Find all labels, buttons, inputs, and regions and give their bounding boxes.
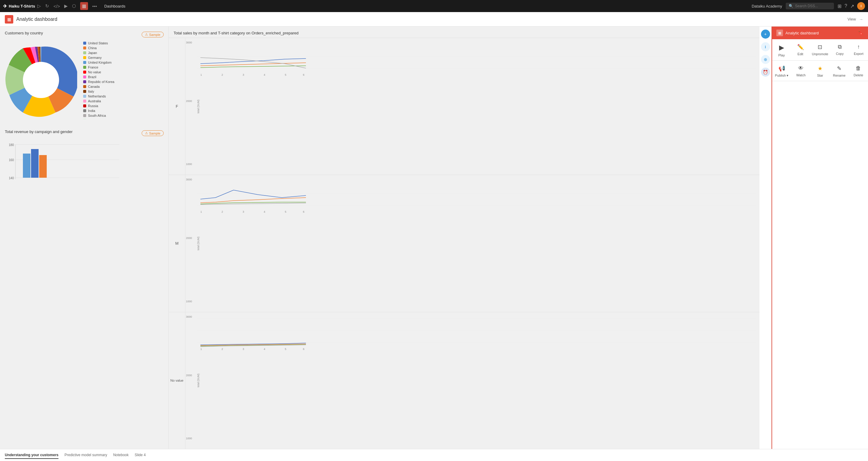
- pie-sample-badge[interactable]: ⚠ Sample: [142, 32, 164, 37]
- line-chart-f-area: 3000 2000 1000 total (SUM): [185, 38, 760, 175]
- edit-action[interactable]: ✏️ Edit: [791, 39, 809, 60]
- legend-dot-novalue: [83, 70, 86, 74]
- svg-text:5: 5: [285, 348, 286, 351]
- legend-dot-australia: [83, 99, 86, 103]
- activity-icon[interactable]: ↗: [850, 3, 854, 9]
- svg-text:4: 4: [264, 210, 265, 213]
- legend-dot-uk: [83, 61, 86, 64]
- play-action[interactable]: ▶ Play: [772, 39, 791, 60]
- star-action[interactable]: ★ Star: [810, 61, 830, 81]
- rename-action[interactable]: ✎ Rename: [830, 61, 849, 81]
- legend-item-southafrica: South Africa: [83, 113, 164, 118]
- nav-tab-label[interactable]: Dashboards: [104, 4, 125, 8]
- legend-label-netherlands: Netherlands: [88, 94, 106, 98]
- play-icon: ▶: [779, 44, 784, 52]
- watch-action[interactable]: 👁 Watch: [792, 61, 811, 81]
- content-wrapper: Customers by country ⚠ Sample: [0, 27, 868, 461]
- unpromote-action[interactable]: ⊡ Unpromote: [810, 39, 830, 60]
- tab-slide4[interactable]: Slide 4: [135, 452, 146, 459]
- svg-text:2: 2: [221, 73, 223, 76]
- legend-dot-france: [83, 66, 86, 69]
- svg-text:2: 2: [221, 348, 223, 351]
- svg-text:3: 3: [243, 210, 244, 213]
- action-grid-row1: ▶ Play ✏️ Edit ⊡ Unpromote ⧉ Copy: [772, 39, 868, 61]
- star-icon: ★: [818, 65, 823, 72]
- line-novalue-svg: 1 2 3 4 5 6: [197, 315, 756, 351]
- legend-dot-germany: [83, 56, 86, 59]
- tab-notebook[interactable]: Notebook: [113, 452, 128, 459]
- right-panel-title: Analytic dashboard: [785, 31, 855, 35]
- delete-action[interactable]: 🗑 Delete: [849, 61, 868, 81]
- legend-dot-canada: [83, 85, 86, 88]
- line-chart-m-area: 3000 2000 1000 total (SUM): [185, 175, 760, 312]
- help-icon[interactable]: ?: [844, 3, 847, 9]
- nav-deploy-icon[interactable]: ⬡: [72, 3, 76, 9]
- top-right-icons: ⊞ ? ↗ I: [838, 2, 865, 10]
- right-area: Dataiku Academy 🔍 ⊞ ? ↗ I: [752, 2, 865, 10]
- line-m-svg: 1 2 3 4 5 6: [197, 178, 756, 214]
- nav-code-icon[interactable]: </>: [53, 4, 60, 9]
- publish-action[interactable]: 📢 Publish ▾: [772, 61, 792, 81]
- legend-label-taiwan: Taiwan: [88, 119, 98, 119]
- legend-dot-southafrica: [83, 114, 86, 117]
- line-chart-header: Total sales by month and T-shirt categor…: [169, 27, 760, 38]
- svg-text:3: 3: [243, 73, 244, 76]
- grid-icon[interactable]: ⊞: [838, 3, 841, 9]
- clock-icon[interactable]: ⏰: [761, 67, 770, 77]
- play-label: Play: [778, 53, 784, 57]
- svg-text:180: 180: [9, 143, 14, 147]
- nav-run-icon[interactable]: ▶: [64, 3, 68, 9]
- line-section-m: M 3000 2000 1000 total (SUM): [169, 175, 760, 312]
- svg-text:6: 6: [303, 73, 304, 76]
- add-button[interactable]: +: [761, 30, 770, 39]
- export-icon: ↑: [857, 44, 860, 50]
- view-arrow-icon: →: [859, 17, 863, 22]
- legend-dot-taiwan: [83, 119, 86, 119]
- export-action[interactable]: ↑ Export: [849, 39, 868, 60]
- export-label: Export: [854, 52, 864, 56]
- tab-predictive[interactable]: Predictive model summary: [64, 452, 107, 459]
- line-chart-body: F 3000 2000 1000 total (SUM): [169, 38, 760, 449]
- legend-label-india: India: [88, 109, 95, 113]
- bar-sample-badge[interactable]: ⚠ Sample: [142, 130, 164, 136]
- dashboard-icon-header: ▦: [5, 15, 13, 24]
- legend-label-china: China: [88, 46, 97, 50]
- bar-g1-orange: [39, 155, 47, 178]
- right-panel-dashboard-icon: ▦: [776, 30, 783, 36]
- legend-item-taiwan: Taiwan: [83, 118, 164, 119]
- bottom-tabs: Understanding your customers Predictive …: [0, 449, 868, 461]
- pie-sample-label: Sample: [149, 33, 160, 36]
- legend-label-canada: Canada: [88, 85, 100, 88]
- legend-label-japan: Japan: [88, 51, 97, 55]
- legend-dot-us: [83, 41, 86, 45]
- watch-icon: 👁: [798, 65, 804, 71]
- search-input[interactable]: [795, 4, 831, 8]
- pie-chart-svg-container: [5, 41, 77, 119]
- line-chart-novalue-area: 3000 2000 1000 total (SUM): [185, 312, 760, 449]
- link-icon[interactable]: ⊕: [761, 55, 770, 64]
- nav-flow-icon[interactable]: ▷: [37, 3, 41, 9]
- legend-item-novalue: No value: [83, 70, 164, 75]
- legend-item-korea: Republic of Korea: [83, 79, 164, 84]
- publish-label: Publish ▾: [775, 74, 788, 78]
- pie-chart-title: Customers by country: [5, 31, 43, 35]
- app-logo: ✈ Haiku T-Shirts: [3, 3, 35, 9]
- search-box[interactable]: 🔍: [786, 3, 834, 9]
- nav-dashboard-icon[interactable]: ▦: [80, 2, 88, 10]
- edit-label: Edit: [798, 52, 803, 56]
- svg-text:2: 2: [221, 210, 223, 213]
- page-title: Analytic dashboard: [16, 17, 57, 22]
- user-avatar[interactable]: I: [857, 2, 865, 10]
- nav-more-icon[interactable]: •••: [92, 4, 97, 9]
- svg-text:5: 5: [285, 210, 286, 213]
- nav-refresh-icon[interactable]: ↻: [45, 3, 49, 9]
- delete-label: Delete: [854, 73, 863, 77]
- legend-item-germany: Germany: [83, 55, 164, 60]
- line-label-m: M: [169, 175, 185, 312]
- view-label: View: [847, 17, 856, 22]
- info-icon[interactable]: i: [761, 42, 770, 51]
- tab-understanding[interactable]: Understanding your customers: [5, 452, 59, 459]
- copy-action[interactable]: ⧉ Copy: [830, 39, 849, 60]
- svg-text:4: 4: [264, 73, 265, 76]
- publish-icon: 📢: [778, 65, 785, 72]
